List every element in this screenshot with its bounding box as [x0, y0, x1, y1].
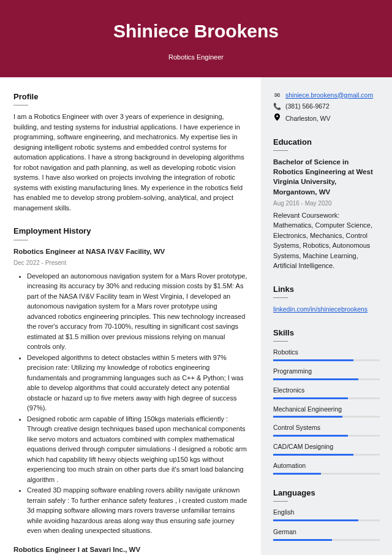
job-bullet: Created 3D mapping software enabling rov…: [27, 485, 247, 536]
education-heading: Education: [273, 136, 380, 148]
section-rule: [273, 501, 288, 502]
linkedin-link[interactable]: linkedin.com/in/shiniecebrookens: [273, 305, 368, 313]
skill-name: Robotics: [273, 348, 380, 358]
job-bullet: Designed robotic arm capable of lifting …: [27, 414, 247, 485]
profile-text: I am a Robotics Engineer with over 3 yea…: [13, 112, 247, 213]
links-heading: Links: [273, 283, 380, 296]
envelope-icon: ✉: [273, 91, 281, 101]
languages-heading: Languages: [273, 487, 380, 499]
contact-email-row: ✉ shiniece.brookens@gmail.com: [273, 91, 380, 101]
skill-bar: [273, 416, 380, 418]
person-title: Robotics Engineer: [12, 52, 380, 63]
skill-fill: [273, 378, 358, 380]
skill-name: Electronics: [273, 386, 380, 396]
skill-bar: [273, 454, 380, 456]
skill-fill: [273, 397, 348, 399]
sidebar-column: ✉ shiniece.brookens@gmail.com 📞 (381) 56…: [261, 77, 392, 556]
links-section: Links linkedin.com/in/shiniecebrookens: [273, 283, 380, 315]
job-entry: Robotics Engineer at NASA IV&V Facility,…: [13, 247, 247, 536]
location-text: Charleston, WV: [285, 114, 331, 124]
job-bullet: Developed an autonomous navigation syste…: [27, 271, 247, 352]
profile-section: Profile I am a Robotics Engineer with ov…: [13, 91, 247, 213]
skill-bar: [273, 378, 380, 380]
language-name: German: [273, 527, 380, 537]
education-dates: Aug 2016 - May 2020: [273, 199, 380, 208]
job-dates: Dec 2022 - Present: [13, 258, 247, 267]
skill-bar: [273, 397, 380, 399]
skill-name: CAD/CAM Designing: [273, 442, 380, 452]
job-title: Robotics Engineer I at Savari Inc., WV: [13, 545, 247, 555]
skill-fill: [273, 416, 342, 418]
language-fill: [273, 539, 332, 541]
skill-fill: [273, 435, 348, 437]
hobbies-section: Hobbies: [273, 553, 380, 555]
job-bullet: Developed algorithms to detect obstacles…: [27, 353, 247, 413]
resume-header: Shiniece Brookens Robotics Engineer: [0, 0, 392, 77]
profile-heading: Profile: [13, 91, 247, 103]
language-name: English: [273, 508, 380, 518]
skill-name: Mechanical Engineering: [273, 405, 380, 415]
phone-text: (381) 566-9672: [285, 102, 330, 112]
section-rule: [273, 297, 288, 298]
employment-heading: Employment History: [13, 225, 247, 237]
skill-item: CAD/CAM Designing: [273, 442, 380, 456]
location-icon: [273, 113, 281, 124]
skill-bar: [273, 435, 380, 437]
languages-section: Languages EnglishGerman: [273, 487, 380, 541]
job-bullet-list: Developed an autonomous navigation syste…: [13, 271, 247, 536]
skill-item: Control Systems: [273, 423, 380, 437]
skill-bar: [273, 359, 380, 361]
main-column: Profile I am a Robotics Engineer with ov…: [0, 77, 261, 556]
contact-section: ✉ shiniece.brookens@gmail.com 📞 (381) 56…: [273, 91, 380, 124]
language-fill: [273, 519, 358, 521]
skill-item: Mechanical Engineering: [273, 405, 380, 418]
education-title: Bachelor of Science in Robotics Engineer…: [273, 157, 380, 196]
person-name: Shiniece Brookens: [12, 17, 380, 45]
skill-item: Electronics: [273, 386, 380, 399]
skill-item: Programming: [273, 367, 380, 380]
phone-icon: 📞: [273, 102, 281, 112]
skills-section: Skills RoboticsProgrammingElectronicsMec…: [273, 327, 380, 475]
job-entry: Robotics Engineer I at Savari Inc., WV J…: [13, 545, 247, 555]
language-item: English: [273, 508, 380, 521]
skill-item: Robotics: [273, 348, 380, 361]
skill-name: Programming: [273, 367, 380, 377]
contact-location-row: Charleston, WV: [273, 113, 380, 124]
skill-item: Automation: [273, 461, 380, 475]
job-title: Robotics Engineer at NASA IV&V Facility,…: [13, 247, 247, 257]
education-desc: Relevant Coursework: Mathematics, Comput…: [273, 210, 380, 271]
skill-fill: [273, 473, 321, 475]
skill-name: Control Systems: [273, 423, 380, 433]
employment-section: Employment History Robotics Engineer at …: [13, 225, 247, 555]
skills-heading: Skills: [273, 327, 380, 339]
language-bar: [273, 539, 380, 541]
contact-phone-row: 📞 (381) 566-9672: [273, 102, 380, 112]
hobbies-heading: Hobbies: [273, 553, 380, 555]
skill-fill: [273, 454, 353, 456]
skill-name: Automation: [273, 461, 380, 471]
skill-fill: [273, 359, 353, 361]
language-bar: [273, 519, 380, 521]
skill-bar: [273, 473, 380, 475]
education-section: Education Bachelor of Science in Robotic…: [273, 136, 380, 271]
language-item: German: [273, 527, 380, 541]
resume-body: Profile I am a Robotics Engineer with ov…: [0, 77, 392, 556]
section-rule: [13, 105, 28, 105]
section-rule: [13, 240, 28, 240]
section-rule: [273, 341, 288, 342]
email-link[interactable]: shiniece.brookens@gmail.com: [285, 91, 373, 101]
section-rule: [273, 150, 288, 151]
